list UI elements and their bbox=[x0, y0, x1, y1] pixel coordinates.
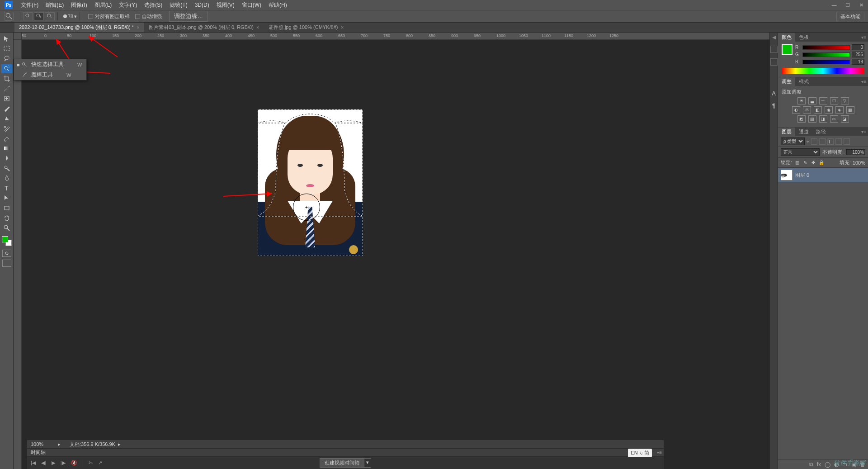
dodge-tool[interactable] bbox=[1, 164, 12, 173]
chevron-down-icon[interactable]: ▾ bbox=[74, 14, 77, 19]
channel-mixer-icon[interactable]: ◈ bbox=[835, 106, 844, 114]
sample-all-layers-checkbox[interactable]: 对所有图层取样 bbox=[88, 13, 130, 20]
timeline-go-start[interactable]: |◀ bbox=[31, 460, 36, 466]
brightness-icon[interactable]: ☀ bbox=[797, 97, 806, 104]
character-panel-icon[interactable]: A bbox=[772, 90, 776, 97]
swatches-tab[interactable]: 色板 bbox=[795, 33, 812, 42]
lock-transparent-icon[interactable]: ▨ bbox=[794, 160, 800, 166]
opacity-value[interactable]: 100% bbox=[846, 149, 865, 155]
channels-tab[interactable]: 通道 bbox=[795, 128, 812, 136]
panel-fg-swatch[interactable] bbox=[782, 44, 793, 55]
timeline-transition-icon[interactable]: ↗ bbox=[98, 460, 102, 466]
clone-stamp-tool[interactable] bbox=[1, 114, 12, 123]
color-tab[interactable]: 颜色 bbox=[778, 33, 795, 42]
timeline-panel-tab[interactable]: 时间轴 ▾≡ bbox=[27, 448, 664, 456]
document-tab-2[interactable]: 图片素材03_副本.png @ 200% (图层 0, RGB/8)× bbox=[144, 23, 264, 32]
crop-tool[interactable] bbox=[1, 74, 12, 83]
subtract-selection-mode[interactable]: - bbox=[45, 12, 55, 20]
menu-view[interactable]: 视图(V) bbox=[213, 1, 238, 9]
move-tool[interactable] bbox=[1, 34, 12, 43]
document-tab-1[interactable]: 2022-12-02_143733.png @ 100% (图层 0, RGB/… bbox=[14, 23, 144, 32]
close-tab-icon[interactable]: × bbox=[256, 24, 259, 31]
menu-image[interactable]: 图像(I) bbox=[67, 1, 90, 9]
menu-3d[interactable]: 3D(D) bbox=[191, 2, 213, 8]
gradient-map-icon[interactable]: ▭ bbox=[830, 115, 838, 123]
timeline-next-frame[interactable]: |▶ bbox=[61, 460, 66, 466]
auto-enhance-checkbox[interactable]: 自动增强 bbox=[135, 13, 162, 20]
filter-pixel-icon[interactable] bbox=[811, 138, 817, 145]
chevron-down-icon[interactable]: ▾ bbox=[364, 458, 371, 468]
foreground-color-swatch[interactable] bbox=[2, 236, 8, 242]
lock-all-icon[interactable]: 🔒 bbox=[818, 160, 825, 166]
hue-icon[interactable]: ◐ bbox=[792, 106, 800, 114]
document-tab-3[interactable]: 证件照.jpg @ 100% (CMYK/8#)× bbox=[264, 23, 349, 32]
menu-select[interactable]: 选择(S) bbox=[141, 1, 166, 9]
screen-mode-toggle[interactable] bbox=[2, 260, 11, 267]
create-video-timeline-button[interactable]: 创建视频时间轴 bbox=[320, 458, 364, 468]
quick-selection-tool[interactable] bbox=[1, 64, 12, 73]
close-tab-icon[interactable]: × bbox=[340, 24, 344, 31]
bw-icon[interactable]: ◧ bbox=[814, 106, 822, 114]
exposure-icon[interactable]: ☐ bbox=[830, 97, 838, 104]
new-selection-mode[interactable] bbox=[23, 12, 33, 20]
path-selection-tool[interactable] bbox=[1, 194, 12, 203]
menu-file[interactable]: 文件(F) bbox=[17, 1, 42, 9]
curves-icon[interactable]: 〰 bbox=[819, 97, 827, 104]
blend-mode-select[interactable]: 正常 bbox=[781, 148, 820, 156]
filter-type-icon[interactable]: T bbox=[827, 138, 834, 145]
visibility-toggle-icon[interactable]: 👁 bbox=[781, 174, 787, 177]
r-value[interactable]: 0 bbox=[852, 44, 864, 50]
menu-help[interactable]: 帮助(H) bbox=[265, 1, 291, 9]
layer-filter-select[interactable]: ρ 类型 bbox=[781, 137, 805, 145]
brush-tool[interactable] bbox=[1, 104, 12, 113]
eyedropper-tool[interactable] bbox=[1, 84, 12, 93]
gradient-tool[interactable] bbox=[1, 144, 12, 153]
flyout-quick-select[interactable]: ■ 快速选择工具 W bbox=[14, 59, 86, 70]
properties-panel-icon[interactable] bbox=[770, 58, 778, 66]
b-value[interactable]: 18 bbox=[852, 59, 864, 65]
marquee-tool[interactable] bbox=[1, 44, 12, 53]
lock-pixels-icon[interactable]: ✎ bbox=[802, 160, 808, 166]
invert-icon[interactable]: ◩ bbox=[797, 115, 806, 123]
photo-filter-icon[interactable]: ◉ bbox=[825, 106, 833, 114]
zoom-level[interactable]: 100% bbox=[31, 441, 58, 447]
vibrance-icon[interactable]: ▽ bbox=[841, 97, 849, 104]
panel-menu-icon[interactable]: ▾≡ bbox=[657, 450, 662, 455]
healing-brush-tool[interactable] bbox=[1, 94, 12, 103]
refine-edge-button[interactable]: 调整边缘... bbox=[169, 11, 208, 22]
hand-tool[interactable] bbox=[1, 213, 12, 223]
zoom-tool[interactable] bbox=[1, 223, 12, 232]
menu-window[interactable]: 窗口(W) bbox=[238, 1, 265, 9]
lasso-tool[interactable] bbox=[1, 54, 12, 63]
timeline-scissors-icon[interactable]: ✄ bbox=[89, 460, 93, 466]
layers-tab[interactable]: 图层 bbox=[778, 128, 795, 136]
g-slider[interactable] bbox=[802, 52, 850, 57]
menu-text[interactable]: 文字(Y) bbox=[115, 1, 141, 9]
r-slider[interactable] bbox=[802, 45, 850, 50]
color-balance-icon[interactable]: ⚖ bbox=[803, 106, 811, 114]
ruler-origin[interactable] bbox=[14, 33, 22, 40]
styles-tab[interactable]: 样式 bbox=[795, 77, 812, 86]
eraser-tool[interactable] bbox=[1, 134, 12, 143]
pen-tool[interactable] bbox=[1, 174, 12, 183]
type-tool[interactable]: T bbox=[1, 184, 12, 193]
layer-row[interactable]: 👁 图层 0 bbox=[778, 168, 868, 182]
filter-shape-icon[interactable] bbox=[835, 138, 842, 145]
b-slider[interactable] bbox=[802, 60, 850, 64]
doc-size-info[interactable]: 文档:356.9 K/356.9K bbox=[70, 441, 115, 448]
color-swatches[interactable] bbox=[2, 236, 12, 246]
flyout-magic-wand[interactable]: 魔棒工具 W bbox=[14, 70, 86, 80]
threshold-icon[interactable]: ◨ bbox=[819, 115, 827, 123]
add-mask-icon[interactable]: ◯ bbox=[825, 461, 830, 468]
timeline-prev-frame[interactable]: ◀| bbox=[41, 460, 46, 466]
link-layers-icon[interactable]: ⧉ bbox=[809, 461, 813, 468]
paths-tab[interactable]: 路径 bbox=[812, 128, 830, 136]
menu-edit[interactable]: 编辑(E) bbox=[42, 1, 67, 9]
current-tool-icon[interactable] bbox=[5, 12, 14, 21]
expand-icon[interactable]: ◀ bbox=[772, 34, 776, 40]
blur-tool[interactable] bbox=[1, 154, 12, 163]
brush-preset[interactable]: 78 ▾ bbox=[63, 14, 77, 19]
document-canvas[interactable] bbox=[258, 109, 363, 256]
maximize-button[interactable]: ☐ bbox=[841, 0, 854, 9]
panel-menu-icon[interactable]: ▾≡ bbox=[861, 129, 866, 134]
